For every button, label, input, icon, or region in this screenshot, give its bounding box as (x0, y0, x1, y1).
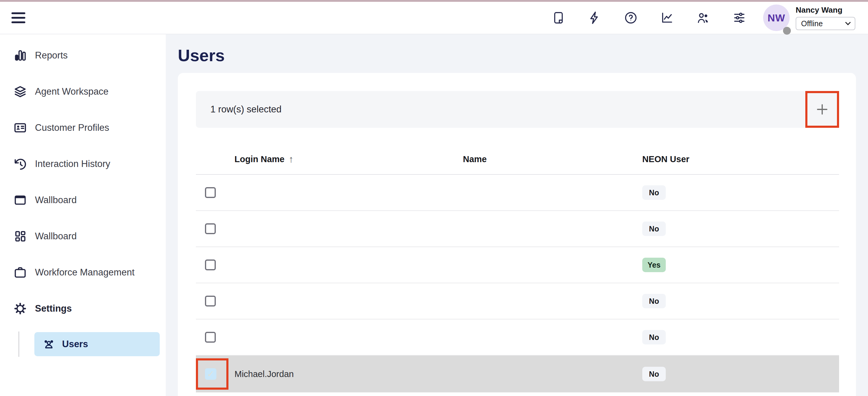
dashboard-grid-icon (13, 229, 27, 243)
chevron-down-icon (845, 20, 850, 25)
sidebar-item-label: Interaction History (35, 158, 110, 170)
gear-icon (13, 302, 27, 315)
main-content: Users 1 row(s) selected Login Name ↑ (166, 34, 868, 396)
people-icon[interactable] (696, 11, 710, 25)
header-toolbar: NW Nancy Wang Offline (552, 4, 855, 31)
sidebar-item-interaction-history[interactable]: Interaction History (0, 146, 166, 182)
note-icon[interactable] (552, 11, 565, 25)
column-header-neon-user[interactable]: NEON User (642, 154, 839, 164)
sidebar-item-agent-workspace[interactable]: Agent Workspace (0, 73, 166, 110)
annotation-checkbox-highlight (196, 358, 228, 390)
sidebar-item-workforce-management[interactable]: Workforce Management (0, 254, 166, 291)
row-checkbox[interactable] (205, 296, 216, 306)
users-table: Login Name ↑ Name NEON User No No (196, 144, 839, 392)
login-name-cell: Michael.Jordan (235, 369, 463, 379)
sidebar-item-label: Wallboard (35, 231, 76, 242)
neon-user-badge: No (642, 367, 666, 381)
status-select[interactable]: Offline (796, 17, 855, 30)
users-card: 1 row(s) selected Login Name ↑ Name NEON… (178, 73, 856, 396)
app-header: NW Nancy Wang Offline (0, 2, 868, 34)
window-icon (13, 193, 27, 207)
sort-ascending-icon: ↑ (289, 154, 293, 165)
row-checkbox[interactable] (205, 332, 216, 343)
column-header-login-name[interactable]: Login Name ↑ (235, 154, 463, 165)
sliders-settings-icon[interactable] (733, 11, 746, 25)
user-block: Nancy Wang Offline (796, 5, 855, 30)
neon-user-badge: No (642, 185, 666, 200)
sidebar-item-wallboard-window[interactable]: Wallboard (0, 182, 166, 218)
sidebar-item-settings[interactable]: Settings (0, 291, 166, 327)
lightning-icon[interactable] (588, 11, 601, 25)
sidebar-item-wallboard-grid[interactable]: Wallboard (0, 218, 166, 254)
plus-icon (815, 102, 829, 116)
sidebar-item-label: Agent Workspace (35, 86, 108, 97)
sidebar-item-label: Wallboard (35, 195, 76, 206)
status-select-value: Offline (801, 19, 823, 28)
table-row[interactable]: No (196, 211, 839, 247)
column-header-name[interactable]: Name (463, 154, 642, 164)
sidebar-item-reports[interactable]: Reports (0, 37, 166, 73)
sidebar: Reports Agent Workspace Customer Profile… (0, 34, 166, 396)
selection-toolbar: 1 row(s) selected (196, 91, 839, 128)
bar-chart-icon (13, 49, 27, 62)
table-row-selected[interactable]: ✓ Michael.Jordan No (196, 356, 839, 392)
sidebar-item-users-active[interactable]: Users (34, 332, 160, 356)
user-name: Nancy Wang (796, 5, 855, 15)
status-dot (783, 27, 791, 35)
help-icon[interactable] (624, 11, 638, 25)
neon-user-badge: Yes (642, 258, 666, 272)
selection-count-text: 1 row(s) selected (210, 104, 281, 115)
sidebar-item-label: Customer Profiles (35, 122, 109, 133)
sidebar-item-label: Reports (35, 50, 68, 61)
avatar-initials: NW (768, 12, 785, 24)
add-user-button[interactable] (805, 91, 839, 128)
sidebar-item-customer-profiles[interactable]: Customer Profiles (0, 110, 166, 146)
row-checkbox[interactable] (205, 187, 216, 198)
table-row[interactable]: No (196, 175, 839, 211)
neon-user-badge: No (642, 221, 666, 236)
table-row[interactable]: Yes (196, 247, 839, 283)
briefcase-icon (13, 266, 27, 279)
history-icon (13, 157, 27, 171)
neon-user-badge: No (642, 330, 666, 344)
users-group-icon (42, 338, 56, 351)
table-row[interactable]: No (196, 319, 839, 356)
row-checkbox[interactable] (205, 223, 216, 234)
id-card-icon (13, 121, 27, 135)
table-row[interactable]: No (196, 283, 839, 319)
sidebar-item-label: Workforce Management (35, 267, 134, 278)
layers-icon (13, 85, 27, 98)
table-header-row: Login Name ↑ Name NEON User (196, 144, 839, 175)
avatar[interactable]: NW (763, 4, 789, 31)
neon-user-badge: No (642, 294, 666, 308)
sidebar-item-label: Settings (35, 303, 72, 314)
sidebar-item-label: Users (62, 339, 88, 349)
tree-indent-line (19, 332, 19, 357)
analytics-chart-icon[interactable] (660, 11, 674, 25)
page-title: Users (178, 47, 856, 64)
hamburger-menu-icon[interactable] (11, 12, 25, 23)
row-checkbox[interactable] (205, 260, 216, 270)
